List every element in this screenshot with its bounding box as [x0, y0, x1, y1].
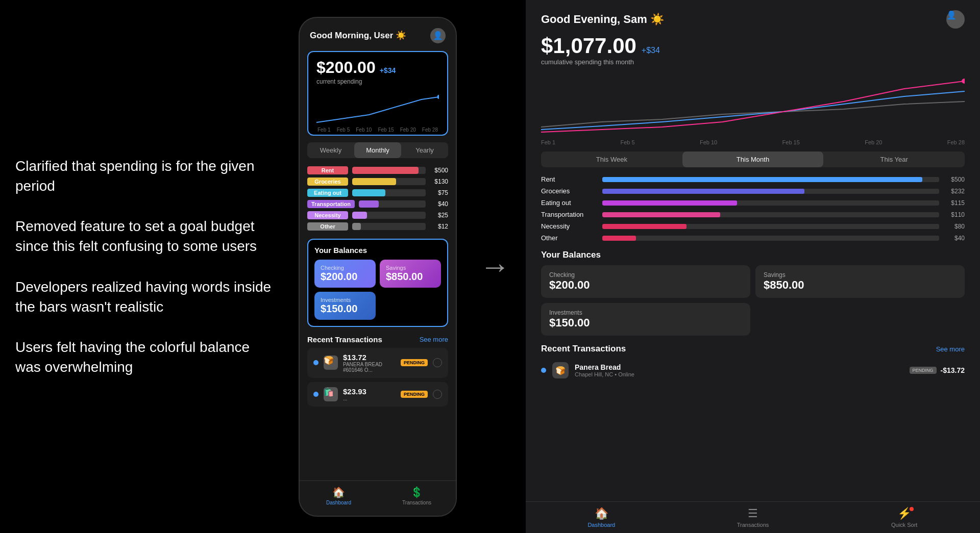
cat-bar-necessity: [352, 212, 367, 219]
transactions-icon: 💲: [410, 486, 423, 498]
cat-bar-rent: [352, 167, 419, 174]
tx-icon-2: 🛍️: [324, 387, 338, 401]
tx-badge-1: PENDING: [401, 359, 428, 366]
tx-check-1[interactable]: [433, 358, 442, 367]
cat-necessity: Necessity $25: [307, 211, 448, 219]
right-cat-bar-wrap-necessity: [602, 224, 939, 229]
tab-weekly[interactable]: Weekly: [307, 142, 354, 158]
right-balance-savings-label: Savings: [764, 271, 957, 278]
right-cat-name-groceries: Groceries: [541, 187, 597, 195]
right-cat-groceries: Groceries $232: [541, 187, 965, 195]
avatar[interactable]: 👤: [430, 28, 446, 43]
cat-amount-other: $12: [430, 223, 448, 230]
balance-investments: Investments $150.00: [314, 292, 376, 320]
right-cat-bar-groceries: [602, 189, 804, 194]
right-balance-checking-label: Checking: [549, 271, 742, 278]
spending-amount: $200.00: [316, 58, 376, 77]
right-spending: $1,077.00 +$34 cumulative spending this …: [526, 34, 980, 71]
right-cat-bar-wrap-transportation: [602, 212, 939, 217]
balance-checking-value: $200.00: [321, 271, 370, 283]
categories: Rent $500 Groceries $130 Eating out $75: [307, 166, 448, 231]
right-cat-name-rent: Rent: [541, 175, 597, 183]
right-balance-investments-label: Investments: [549, 309, 742, 316]
right-tab-this-month[interactable]: This Month: [682, 151, 824, 167]
transaction-item-2: 🛍️ $23.93 ... PENDING: [307, 382, 448, 407]
arrow-wrap: →: [464, 0, 526, 533]
right-cat-name-eating-out: Eating out: [541, 199, 597, 207]
right-cat-amount-eating-out: $115: [944, 199, 965, 207]
spending-label: current spending: [316, 78, 439, 85]
right-tx-info-1: Panera Bread Chapel Hill, NC • Online: [575, 363, 903, 377]
transactions-header: Recent Transactions See more: [300, 331, 456, 346]
right-bottom-nav: 🏠 Dashboard ☰ Transactions ⚡ Quick Sort: [526, 501, 980, 533]
right-cat-amount-other: $40: [944, 235, 965, 242]
cat-bar-wrap-groceries: [352, 178, 426, 185]
right-nav-quicksort-label: Quick Sort: [891, 522, 917, 528]
cat-bar-eating-out: [352, 189, 385, 196]
right-tab-this-year[interactable]: This Year: [823, 151, 965, 167]
cat-amount-rent: $500: [430, 167, 448, 174]
right-nav-quicksort[interactable]: ⚡ Quick Sort: [828, 507, 980, 528]
right-nav-dashboard[interactable]: 🏠 Dashboard: [526, 507, 677, 528]
tx-badge-2: PENDING: [401, 391, 428, 398]
right-see-more-link[interactable]: See more: [936, 345, 965, 353]
nav-transactions[interactable]: 💲 Transactions: [378, 486, 456, 505]
nav-dashboard[interactable]: 🏠 Dashboard: [300, 486, 378, 505]
tx-info-1: $13.72 PANERA BREAD #601646 O...: [343, 353, 396, 373]
right-date-labels: Feb 1 Feb 5 Feb 10 Feb 15 Feb 20 Feb 28: [526, 137, 980, 147]
balance-checking: Checking $200.00: [314, 260, 376, 288]
cat-label-other: Other: [307, 222, 348, 231]
period-tabs: Weekly Monthly Yearly: [307, 142, 448, 158]
right-tx-dot-1: [541, 368, 546, 373]
arrow: →: [480, 249, 510, 284]
right-cat-bar-eating-out: [602, 200, 737, 206]
right-transactions: Recent Transactions See more 🍞 Panera Br…: [526, 340, 980, 387]
right-tx-item-1: 🍞 Panera Bread Chapel Hill, NC • Online …: [541, 358, 965, 383]
right-cat-eating-out: Eating out $115: [541, 199, 965, 207]
right-balance-checking: Checking $200.00: [541, 265, 750, 298]
balance-savings: Savings $850.00: [380, 260, 441, 288]
left-panel: Clarified that spending is for the given…: [0, 0, 291, 533]
right-home-icon: 🏠: [595, 507, 608, 520]
tx-amount-2: $23.93: [343, 387, 396, 396]
right-cat-bar-necessity: [602, 224, 687, 229]
center-phone-wrap: Good Morning, User ☀️ 👤 $200.00 +$34 cur…: [291, 0, 464, 533]
right-greeting: Good Evening, Sam ☀️: [541, 13, 664, 26]
right-cat-bar-other: [602, 236, 636, 241]
tab-monthly[interactable]: Monthly: [354, 142, 401, 158]
tx-check-2[interactable]: [433, 390, 442, 399]
right-header: Good Evening, Sam ☀️ 👤: [526, 0, 980, 34]
right-tab-this-week[interactable]: This Week: [541, 151, 682, 167]
right-panel: Good Evening, Sam ☀️ 👤 $1,077.00 +$34 cu…: [526, 0, 980, 533]
cat-label-rent: Rent: [307, 166, 348, 174]
right-spending-delta: +$34: [642, 46, 660, 55]
balances-title: Your Balances: [314, 246, 441, 255]
tab-yearly[interactable]: Yearly: [401, 142, 448, 158]
right-spending-amount: $1,077.00: [541, 34, 636, 58]
right-cat-amount-groceries: $232: [944, 188, 965, 195]
date-labels: Feb 1 Feb 5 Feb 10 Feb 15 Feb 20 Feb 28: [316, 125, 439, 135]
cat-eating-out: Eating out $75: [307, 189, 448, 197]
right-avatar[interactable]: 👤: [946, 10, 965, 29]
right-balance-savings: Savings $850.00: [755, 265, 965, 298]
right-cat-bar-wrap-rent: [602, 177, 939, 182]
phone-header: Good Morning, User ☀️ 👤: [300, 18, 456, 48]
balance-savings-value: $850.00: [386, 271, 435, 283]
cat-amount-eating-out: $75: [430, 189, 448, 196]
left-point: Clarified that spending is for the given…: [15, 156, 276, 196]
right-cat-name-necessity: Necessity: [541, 222, 597, 230]
right-cat-name-transportation: Transportation: [541, 211, 597, 218]
right-nav-dashboard-label: Dashboard: [587, 522, 615, 528]
right-balances-grid: Checking $200.00 Savings $850.00 Investm…: [541, 265, 965, 336]
tx-info-2: $23.93 ...: [343, 387, 396, 401]
notif-dot: [910, 507, 914, 511]
see-more-link[interactable]: See more: [420, 336, 448, 343]
right-cat-bar-rent: [602, 177, 922, 182]
tx-amount-1: $13.72: [343, 353, 396, 362]
right-nav-transactions-label: Transactions: [737, 522, 769, 528]
right-tx-name-1: Panera Bread: [575, 363, 903, 371]
bottom-nav: 🏠 Dashboard 💲 Transactions: [300, 480, 456, 516]
right-balance-investments: Investments $150.00: [541, 303, 750, 336]
right-nav-transactions[interactable]: ☰ Transactions: [677, 507, 829, 528]
right-cat-rent: Rent $500: [541, 175, 965, 183]
